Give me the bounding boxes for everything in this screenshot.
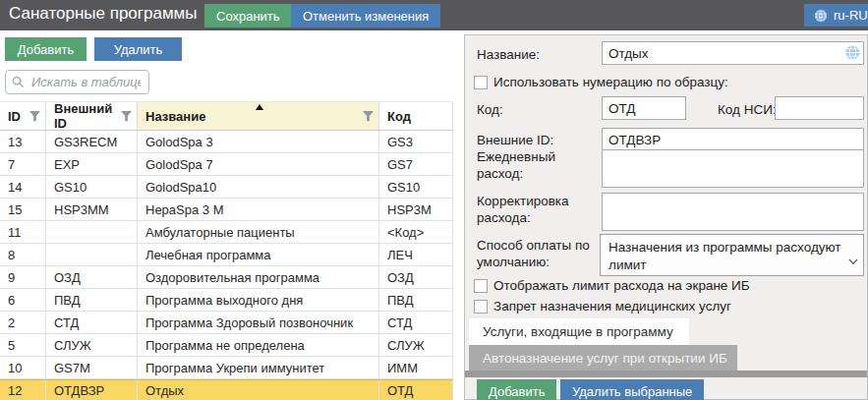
forbid-services-checkbox[interactable]: Запрет назначения медицинских услуг: [474, 299, 731, 314]
locale-label: ru-RU: [834, 8, 868, 23]
payment-method-select[interactable]: Назначения из программы расходуют лимит: [600, 234, 864, 276]
locale-button[interactable]: ru-RU: [804, 4, 868, 27]
table-cell: GS3: [379, 131, 453, 152]
checkbox-box[interactable]: [474, 300, 488, 314]
column-header-name[interactable]: Название: [138, 102, 379, 130]
table-cell: ИММ: [379, 357, 453, 378]
table-cell: СЛУЖ: [379, 334, 453, 356]
table-cell: GS10: [379, 176, 453, 198]
table-cell: HSP3MM: [46, 199, 138, 220]
table-cell: GolodSpa 3: [138, 131, 379, 152]
table-cell: GolodSpa 7: [138, 153, 379, 175]
table-row[interactable]: 8Лечебная программаЛЕЧ: [0, 244, 453, 266]
numbering-checkbox-label: Использовать нумерацию по образцу:: [493, 75, 728, 89]
table-row[interactable]: 14GS10GolodSpa10GS10: [0, 176, 453, 199]
daily-expense-input[interactable]: [602, 149, 864, 188]
table-row[interactable]: 5СЛУЖПрограмма не определенаСЛУЖ: [0, 334, 453, 357]
table-cell: 5: [0, 334, 46, 356]
delete-button[interactable]: Удалить: [94, 37, 182, 61]
show-limit-checkbox[interactable]: Отображать лимит расхода на экране ИБ: [474, 278, 750, 293]
table-cell: СЛУЖ: [46, 334, 138, 356]
checkbox-box[interactable]: [474, 76, 488, 89]
table-cell: HSP3M: [379, 199, 453, 220]
name-label: Название:: [477, 47, 540, 64]
save-button[interactable]: Сохранить: [204, 4, 292, 28]
table-cell: 8: [0, 244, 46, 265]
page-title: Санаторные программы: [9, 4, 198, 24]
table-cell: Программа не определена: [138, 334, 379, 356]
table-body: 13GS3RECMGolodSpa 3GS37EXPGolodSpa 7GS71…: [0, 131, 453, 400]
external-ids-label: Внешние ID:: [477, 133, 553, 149]
chevron-down-icon: [848, 253, 858, 270]
code-input[interactable]: [602, 96, 686, 120]
table-row[interactable]: 13GS3RECMGolodSpa 3GS3: [0, 131, 453, 153]
table-cell: [46, 221, 138, 243]
table-row[interactable]: 6ПВДПрограмма выходного дняПВД: [0, 289, 453, 312]
table-cell: GS7M: [46, 357, 138, 378]
table-cell: 15: [0, 199, 46, 220]
table-row[interactable]: 10GS7MПрограмма Укрепи иммунитетИММ: [0, 357, 453, 379]
show-limit-checkbox-label: Отображать лимит расхода на экране ИБ: [493, 278, 750, 293]
program-detail-panel: Название: Использовать нумерацию по обра…: [464, 34, 868, 400]
table-cell: 14: [0, 176, 46, 198]
table-cell: GolodSpa10: [138, 176, 379, 198]
tab-autoassign-services[interactable]: Автоназначение услуг при открытии ИБ: [469, 345, 737, 371]
translate-globe-icon[interactable]: [845, 45, 860, 64]
app-header-bar: Санаторные программы Сохранить Отменить …: [0, 0, 868, 30]
column-label: Название: [145, 109, 205, 124]
table-cell: 13: [0, 131, 46, 152]
name-input[interactable]: [602, 41, 864, 65]
table-row[interactable]: 2СТДПрограмма Здоровый позвоночникСТД: [0, 312, 453, 334]
column-label: Код: [387, 109, 411, 124]
table-cell: Оздоровительная программа: [138, 266, 379, 288]
column-header-ext-id[interactable]: Внешний ID: [46, 102, 138, 130]
table-cell: Отдых: [138, 380, 379, 400]
column-header-code[interactable]: Код: [379, 102, 453, 130]
table-cell: 11: [0, 221, 46, 243]
table-cell: ОЗД: [46, 266, 138, 288]
numbering-checkbox[interactable]: Использовать нумерацию по образцу:: [474, 75, 728, 89]
filter-icon[interactable]: [29, 111, 40, 122]
table-row[interactable]: 15HSP3MMHepaSpa 3 MHSP3M: [0, 199, 453, 221]
table-cell: 10: [0, 357, 46, 378]
table-cell: Амбулаторные пациенты: [138, 221, 379, 243]
programs-table: ID Внешний ID Название Код 13GS3RECMGolo…: [0, 101, 453, 400]
code-label: Код:: [477, 102, 503, 119]
table-row[interactable]: 11Амбулаторные пациенты<Код>: [0, 221, 453, 244]
panel-delete-selected-button[interactable]: Удалить выбранные: [560, 379, 704, 400]
expense-correction-label: Корректировка расхода:: [477, 194, 587, 227]
table-cell: ПВД: [46, 289, 138, 311]
search-input[interactable]: [29, 74, 143, 90]
filter-icon[interactable]: [363, 111, 374, 122]
name-field-wrap: [602, 41, 864, 65]
table-cell: Программа выходного дня: [138, 289, 379, 311]
column-label: ID: [8, 109, 21, 124]
table-row[interactable]: 9ОЗДОздоровительная программаОЗД: [0, 266, 453, 289]
table-cell: ЛЕЧ: [379, 244, 453, 265]
panel-add-button[interactable]: Добавить: [477, 379, 556, 400]
checkbox-box[interactable]: [474, 279, 488, 293]
table-cell: ОТД: [379, 380, 453, 400]
table-cell: 2: [0, 312, 46, 333]
table-cell: GS10: [46, 176, 138, 198]
table-search-box: [5, 70, 149, 94]
cancel-changes-button[interactable]: Отменить изменения: [291, 4, 440, 28]
table-row[interactable]: 12ОТДВЗРОтдыхОТД: [0, 379, 453, 400]
table-cell: [46, 244, 138, 265]
nsi-code-label: Код НСИ:: [718, 102, 777, 119]
nsi-code-input[interactable]: [775, 96, 864, 120]
tab-services-in-program[interactable]: Услуги, входящие в программу: [469, 318, 689, 345]
table-cell: ОЗД: [379, 266, 453, 288]
column-header-id[interactable]: ID: [0, 102, 46, 130]
search-icon: [12, 76, 25, 88]
filter-icon[interactable]: [121, 111, 132, 122]
external-ids-input[interactable]: [602, 128, 864, 151]
table-cell: Программа Здоровый позвоночник: [138, 312, 379, 333]
table-cell: Лечебная программа: [138, 244, 379, 265]
table-cell: СТД: [379, 312, 453, 333]
expense-correction-input[interactable]: [602, 193, 864, 231]
add-button[interactable]: Добавить: [5, 37, 87, 61]
table-cell: 7: [0, 153, 46, 175]
table-row[interactable]: 7EXPGolodSpa 7GS7: [0, 153, 453, 176]
payment-method-label: Способ оплаты по умолчанию:: [477, 238, 597, 271]
